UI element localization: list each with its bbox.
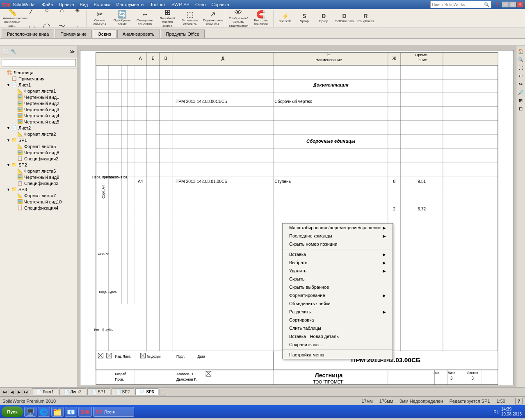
sketch-tool-2[interactable]: ○ bbox=[39, 9, 54, 18]
ctx-item-hide-selected[interactable]: Скрыть выбранное bbox=[283, 283, 393, 291]
rt-btn-1[interactable]: 🏠 bbox=[517, 48, 525, 55]
sidebar-search-input[interactable] bbox=[2, 59, 76, 66]
close-button[interactable]: ✕ bbox=[517, 2, 523, 7]
tree-item[interactable]: 🖼️ Чертежный вид1 bbox=[1, 94, 77, 100]
move-button[interactable]: ↗ Переместить объекты bbox=[202, 11, 223, 26]
taskbar-btn-desktop[interactable]: 🖥️ bbox=[24, 407, 37, 417]
rt-btn-4[interactable]: ↩ bbox=[517, 72, 525, 80]
ctx-item-split[interactable]: Разделить ▶ bbox=[283, 308, 393, 316]
menu-view[interactable]: Вид bbox=[78, 1, 91, 8]
convert-button[interactable]: 🔄 Преобразо-вание bbox=[112, 11, 133, 26]
sketch-tool-8[interactable]: · bbox=[70, 18, 84, 28]
menu-window[interactable]: Окно bbox=[193, 1, 208, 8]
tree-item[interactable]: 🖼️ Чертежный вид10 bbox=[1, 199, 77, 205]
setdimensio-button[interactable]: D SetDimensio bbox=[334, 11, 355, 26]
help-icon[interactable]: ❓ bbox=[495, 2, 500, 7]
tree-item[interactable]: 📋 Спецификация2 bbox=[1, 155, 77, 162]
ctx-item-recent[interactable]: Последние команды ▶ bbox=[283, 232, 393, 240]
menu-help[interactable]: Справка bbox=[209, 1, 231, 8]
ctx-item-merge-tables[interactable]: Слить таблицы bbox=[283, 324, 393, 332]
tree-item[interactable]: ▼ 📁 SP2 bbox=[1, 162, 77, 168]
minimize-button[interactable]: ─ bbox=[502, 2, 509, 7]
tree-expand-icon[interactable]: ▼ bbox=[7, 163, 11, 167]
menu-edit[interactable]: Правка bbox=[56, 1, 76, 8]
ctx-item-scale[interactable]: Масштабирование/перемещение/вращение ▶ bbox=[283, 224, 393, 232]
mirror-button[interactable]: ⬚ Зеркально отразить bbox=[179, 11, 201, 26]
tree-expand-icon[interactable]: ▼ bbox=[7, 83, 11, 87]
tree-item[interactable]: 📐 Формат листа6 bbox=[1, 168, 77, 174]
tree-item[interactable]: 🖼️ Чертежный вид9 bbox=[1, 174, 77, 180]
menu-insert[interactable]: Вставка bbox=[91, 1, 113, 8]
specedit-button[interactable]: ⚡ Specedit bbox=[276, 11, 294, 26]
sprop-button[interactable]: S Sprop bbox=[295, 11, 313, 26]
tree-item[interactable]: ▼ 📁 SP1 bbox=[1, 137, 77, 143]
tree-item[interactable]: 🖼️ Чертежный вид8 bbox=[1, 149, 77, 155]
ctx-item-menu-settings[interactable]: Настройка меню bbox=[283, 351, 393, 359]
sketch-tool-1[interactable]: ╱ bbox=[24, 9, 39, 18]
tree-item[interactable]: 📐 Формат листа1 bbox=[1, 88, 77, 94]
sketch-tool-6[interactable]: ◯ bbox=[39, 18, 54, 28]
tab-nav-first[interactable]: ⏮ bbox=[2, 389, 8, 395]
taskbar-btn-email[interactable]: 📧 bbox=[65, 407, 77, 417]
systray-lang[interactable]: RU bbox=[493, 410, 499, 414]
tab-sketch[interactable]: Эскиз bbox=[93, 30, 116, 38]
status-help[interactable]: ? bbox=[515, 398, 523, 404]
tree-item[interactable]: ▼ 📄 Лист2 bbox=[1, 125, 77, 131]
sheet-tab-list1[interactable]: 📄 Лист1 bbox=[32, 388, 58, 395]
offset-button[interactable]: ↔ Смещение объектов bbox=[134, 11, 155, 26]
ctx-item-insert-new[interactable]: Вставка - Новая деталь bbox=[283, 332, 393, 340]
tab-office[interactable]: Продукты Office bbox=[161, 30, 205, 38]
tree-item[interactable]: 🖼️ Чертежный вид3 bbox=[1, 106, 77, 112]
tree-item[interactable]: 🖼️ Чертежный вид5 bbox=[1, 119, 77, 125]
tab-layout[interactable]: Расположение вида bbox=[2, 30, 54, 38]
sheet-tab-list2[interactable]: 📄 Лист2 bbox=[59, 388, 86, 395]
sketch-tool-5[interactable]: ▭ bbox=[24, 18, 39, 28]
ctx-item-save-as[interactable]: Сохранить как... bbox=[283, 340, 393, 349]
sheet-tab-sp3[interactable]: 📄 SP3 bbox=[135, 388, 158, 395]
ctx-item-merge-cells[interactable]: Объединить ячейки bbox=[283, 299, 393, 308]
ctx-item-select[interactable]: Выбрать ▶ bbox=[283, 258, 393, 267]
tab-nav-next[interactable]: ▶ bbox=[16, 389, 22, 395]
quick-snap-button[interactable]: 🧲 Быстрые привязки bbox=[250, 11, 272, 26]
dprop-button[interactable]: D Dprop bbox=[315, 11, 333, 26]
menu-toolbox[interactable]: Toolbox bbox=[148, 1, 168, 8]
tab-nav-prev[interactable]: ◀ bbox=[9, 389, 15, 395]
tree-item[interactable]: 🏗️ Лестница bbox=[1, 69, 77, 75]
sidebar-expand[interactable]: ≫ bbox=[68, 48, 76, 55]
tree-item[interactable]: 🖼️ Чертежный вид4 bbox=[1, 112, 77, 119]
rt-btn-8[interactable]: ⊟ bbox=[517, 105, 525, 112]
tab-analyze[interactable]: Анализировать bbox=[117, 30, 160, 38]
tree-expand-icon[interactable]: ▼ bbox=[7, 187, 11, 192]
sheet-tab-sp2[interactable]: 📄 SP2 bbox=[112, 388, 135, 395]
tree-item[interactable]: 📋 Спецификация3 bbox=[1, 180, 77, 186]
ctx-item-delete[interactable]: Удалить ▶ bbox=[283, 267, 393, 275]
show-hide-relations-button[interactable]: 👁 Отобразить/Скрыть взаимосвязи bbox=[228, 11, 249, 26]
taskbar-btn-browser[interactable]: 🌐 bbox=[38, 407, 50, 417]
tab-note[interactable]: Примечание bbox=[55, 30, 92, 38]
rt-btn-2[interactable]: 🔍 bbox=[517, 56, 525, 63]
rt-btn-7[interactable]: ⊞ bbox=[517, 97, 525, 104]
sidebar-icon2[interactable]: 🔧 bbox=[10, 48, 17, 55]
linear-array-button[interactable]: ⊞ Линейный массив эскиза bbox=[157, 11, 178, 26]
start-button[interactable]: Пуск bbox=[2, 406, 23, 417]
ctx-item-hide-pos[interactable]: Скрыть номер позиции bbox=[283, 240, 393, 248]
tree-item[interactable]: 📋 Примечания bbox=[1, 75, 77, 82]
ctx-item-hide[interactable]: Скрыть bbox=[283, 275, 393, 283]
drawing-area[interactable]: A Б В Д Е Наименование Ж Приме- чание Пе… bbox=[78, 46, 516, 387]
tree-item[interactable]: 📋 Спецификация4 bbox=[1, 205, 77, 211]
taskbar-solidworks-app[interactable]: SW Лестн... bbox=[93, 407, 134, 417]
trim-button[interactable]: ✂ Отсечь объекты bbox=[89, 11, 110, 26]
sheet-tab-sp1[interactable]: 📄 SP1 bbox=[87, 388, 110, 395]
ctx-item-format[interactable]: Форматирование ▶ bbox=[283, 291, 393, 299]
tree-item[interactable]: 🖼️ Чертежный вид2 bbox=[1, 100, 77, 106]
menu-tools[interactable]: Инструменты bbox=[114, 1, 147, 8]
rt-btn-3[interactable]: ⛶ bbox=[517, 64, 525, 71]
tree-item[interactable]: ▼ 📁 SP3 bbox=[1, 186, 77, 192]
rt-btn-6[interactable]: 🔎 bbox=[517, 89, 525, 96]
menu-file[interactable]: Файл bbox=[39, 1, 55, 8]
tree-item[interactable]: ▼ 📄 Лист1 bbox=[1, 82, 77, 88]
taskbar-btn-explorer[interactable]: 🗂️ bbox=[51, 407, 64, 417]
search-bar[interactable]: 🔍 bbox=[430, 1, 491, 8]
search-input[interactable] bbox=[432, 2, 484, 7]
auto-dimension-button[interactable]: 📏 Автоматическое нанесение раз... bbox=[2, 11, 23, 26]
